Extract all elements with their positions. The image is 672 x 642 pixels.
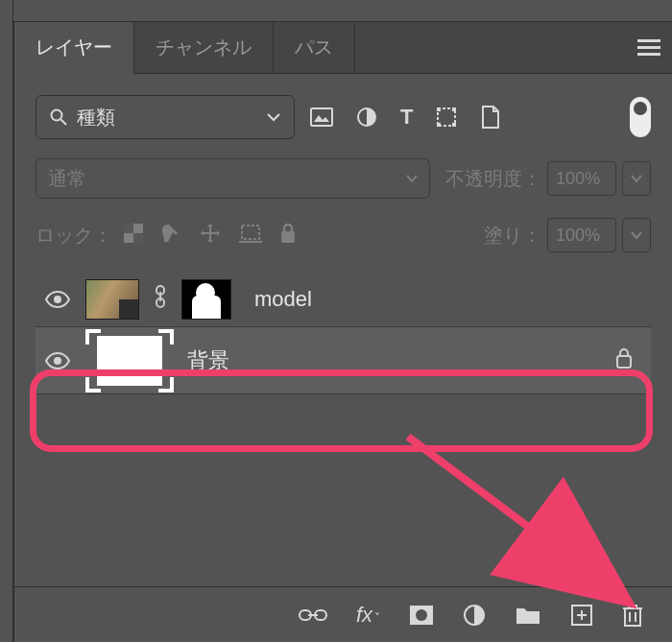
lock-transparent-icon[interactable] [124, 224, 143, 248]
svg-point-3 [52, 110, 62, 121]
blend-mode-value: 通常 [48, 166, 86, 192]
delete-layer-button[interactable] [622, 603, 643, 628]
svg-rect-18 [281, 231, 295, 243]
svg-rect-35 [625, 608, 640, 626]
chevron-down-icon [406, 175, 418, 183]
svg-rect-9 [437, 107, 441, 111]
blend-row: 通常 不透明度： 100% [36, 158, 651, 199]
lock-buttons [124, 222, 297, 250]
svg-point-30 [416, 609, 427, 621]
svg-rect-12 [452, 123, 456, 127]
svg-rect-0 [637, 39, 660, 42]
svg-rect-20 [119, 299, 139, 320]
svg-rect-16 [242, 226, 259, 239]
svg-point-24 [54, 357, 61, 365]
folder-icon [515, 605, 541, 626]
svg-line-4 [61, 120, 67, 126]
layers-panel: レイヤー チャンネル パス 種類 [13, 21, 672, 642]
eye-icon [45, 291, 70, 308]
svg-rect-11 [437, 123, 441, 127]
svg-rect-5 [311, 108, 332, 126]
layer-thumbnail[interactable] [97, 336, 162, 386]
svg-rect-10 [452, 107, 456, 111]
filter-smartobject-icon[interactable] [480, 106, 499, 129]
tab-paths[interactable]: パス [274, 22, 355, 73]
chevron-down-icon [631, 231, 642, 240]
panel-menu-button[interactable] [626, 22, 672, 73]
add-adjustment-button[interactable] [463, 604, 486, 627]
search-icon [50, 108, 67, 126]
fill-dropdown-button[interactable] [622, 218, 651, 252]
filter-row: 種類 T [36, 95, 651, 139]
tab-layers[interactable]: レイヤー [14, 22, 134, 74]
svg-point-19 [54, 296, 61, 303]
link-layers-button[interactable] [299, 606, 327, 624]
lock-row: ロック： 塗り： 100% [36, 218, 651, 252]
visibility-toggle[interactable] [43, 352, 72, 369]
new-group-button[interactable] [515, 605, 541, 626]
filter-toggle-switch[interactable] [630, 97, 651, 137]
blend-mode-select[interactable]: 通常 [36, 158, 430, 199]
fill-value-field[interactable]: 100% [547, 218, 616, 252]
layers-panel-footer: fx˅ [14, 586, 672, 642]
new-layer-button[interactable] [570, 604, 593, 627]
svg-rect-2 [637, 53, 660, 56]
opacity-dropdown-button[interactable] [622, 161, 651, 196]
layer-kind-filter[interactable]: 種類 [36, 95, 295, 139]
lock-image-icon[interactable] [160, 223, 181, 249]
layer-name-label[interactable]: model [254, 287, 312, 312]
svg-rect-1 [637, 46, 660, 49]
layer-thumbnail[interactable] [85, 279, 139, 320]
svg-rect-15 [133, 233, 143, 243]
filter-type-icon[interactable]: T [400, 105, 413, 130]
layer-thumbnail-frame [85, 329, 174, 392]
tab-channels[interactable]: チャンネル [134, 22, 274, 73]
mask-icon [409, 605, 434, 626]
chevron-down-icon [631, 175, 642, 183]
chain-link-icon [299, 606, 327, 624]
chevron-down-icon [267, 112, 280, 122]
layer-mask-thumbnail[interactable] [181, 279, 231, 320]
eye-icon [45, 352, 70, 369]
adjustment-circle-icon [463, 604, 486, 627]
opacity-group: 不透明度： 100% [445, 161, 651, 196]
filter-adjustment-icon[interactable] [356, 107, 377, 128]
fill-label: 塗り： [484, 223, 541, 249]
layer-mask-link-icon[interactable] [153, 285, 168, 314]
lock-all-icon[interactable] [279, 223, 297, 249]
layer-list: model 背景 [36, 272, 651, 394]
lock-label: ロック： [36, 223, 112, 249]
layer-row-model[interactable]: model [36, 272, 651, 327]
layer-kind-filter-label: 種類 [77, 105, 257, 131]
layer-name-label[interactable]: 背景 [187, 346, 229, 375]
opacity-value-field[interactable]: 100% [547, 161, 616, 196]
lock-artboard-icon[interactable] [239, 223, 262, 249]
lock-position-icon[interactable] [199, 222, 222, 250]
filter-pixel-icon[interactable] [310, 107, 333, 127]
filter-shape-icon[interactable] [436, 107, 457, 128]
svg-rect-14 [124, 224, 133, 233]
plus-square-icon [570, 604, 593, 627]
filter-type-buttons: T [310, 105, 499, 130]
layer-row-background[interactable]: 背景 [36, 327, 651, 394]
fill-group: 塗り： 100% [484, 218, 651, 252]
add-mask-button[interactable] [409, 605, 434, 626]
smartobject-badge-icon [119, 299, 139, 320]
layer-fx-button[interactable]: fx˅ [356, 603, 380, 628]
visibility-toggle[interactable] [43, 291, 72, 308]
opacity-label: 不透明度： [445, 166, 541, 192]
layer-locked-icon[interactable] [614, 346, 634, 375]
hamburger-icon [637, 39, 660, 57]
svg-marker-6 [314, 115, 329, 122]
trash-icon [622, 603, 643, 628]
panel-body: 種類 T [14, 74, 672, 394]
app-left-gutter [0, 0, 13, 642]
svg-rect-25 [617, 356, 631, 368]
panel-tab-bar: レイヤー チャンネル パス [14, 22, 672, 74]
